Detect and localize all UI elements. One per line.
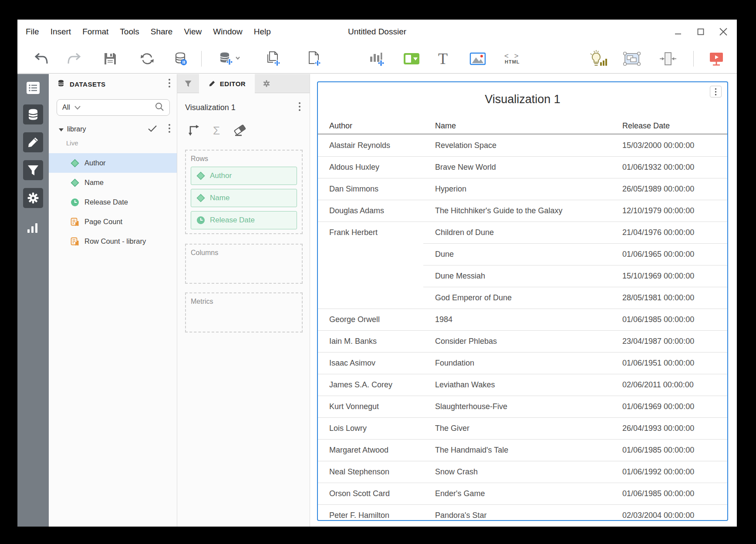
columns-drop-zone[interactable]: Columns	[185, 244, 303, 284]
dataset-menu-kebab[interactable]	[168, 124, 171, 135]
column-header-name[interactable]: Name	[423, 121, 622, 131]
minimize-button[interactable]	[673, 27, 683, 37]
grid-row[interactable]: Lois Lowry The Giver 26/04/1993 00:00:00	[318, 417, 727, 439]
grid-cell-name[interactable]: Revelation Space	[423, 134, 622, 156]
grid-row[interactable]: Alastair Reynolds Revelation Space 15/03…	[318, 134, 727, 156]
grid-cell-name[interactable]: Ender's Game	[423, 483, 622, 504]
grid-row[interactable]: Orson Scott Card Ender's Game 01/06/1985…	[318, 483, 727, 504]
rows-chip-release-date[interactable]: Release Date	[191, 211, 297, 229]
grid-row[interactable]: Kurt Vonnegut Slaughterhouse-Five 01/06/…	[318, 396, 727, 417]
grid-cell-name[interactable]: Foundation	[423, 352, 622, 374]
dataset-field-author[interactable]: Author	[49, 153, 177, 173]
close-button[interactable]	[719, 27, 728, 37]
grid-cell-name[interactable]: Dune	[423, 243, 622, 265]
menu-item-view[interactable]: View	[178, 27, 207, 37]
grid-cell-release-date[interactable]: 01/06/1985 00:00:00	[622, 483, 727, 504]
grid-cell-author[interactable]: Aldous Huxley	[318, 156, 423, 178]
column-header-release-date[interactable]: Release Date	[622, 121, 727, 131]
grid-cell-release-date[interactable]: 01/06/1932 00:00:00	[622, 156, 727, 178]
visualization-grid[interactable]: Visualization 1 Author Name Release Date…	[317, 81, 728, 521]
grid-cell-release-date[interactable]: 01/06/1992 00:00:00	[622, 461, 727, 483]
grid-cell-author[interactable]: Dan Simmons	[318, 178, 423, 200]
expander-triangle-icon[interactable]	[59, 125, 64, 133]
grid-cell-author[interactable]: George Orwell	[318, 309, 423, 330]
grid-cell-author[interactable]: Isaac Asimov	[318, 352, 423, 374]
grid-cell-author[interactable]: James S.A. Corey	[318, 374, 423, 396]
grid-cell-release-date[interactable]: 23/04/1987 00:00:00	[622, 330, 727, 352]
menu-item-insert[interactable]: Insert	[45, 27, 77, 37]
grid-row[interactable]: God Emperor of Dune 28/05/1981 00:00:00	[318, 287, 727, 309]
tab-filter[interactable]	[177, 74, 199, 93]
duplicate-page-button[interactable]	[265, 50, 282, 67]
dataset-field-page-count[interactable]: Page Count	[49, 212, 177, 232]
visualization-menu-kebab[interactable]	[710, 86, 722, 97]
grid-cell-author[interactable]: Alastair Reynolds	[318, 134, 423, 156]
menu-item-window[interactable]: Window	[207, 27, 248, 37]
grid-cell-name[interactable]: Consider Phlebas	[423, 330, 622, 352]
grid-cell-name[interactable]: Slaughterhouse-Five	[423, 396, 622, 417]
dataset-name[interactable]: library	[67, 125, 86, 133]
grid-cell-author[interactable]: Margaret Atwood	[318, 439, 423, 461]
grid-cell-name[interactable]: Dune Messiah	[423, 265, 622, 287]
insights-button[interactable]	[588, 50, 607, 67]
presentation-button[interactable]	[709, 51, 724, 67]
dataset-pause-button[interactable]	[173, 51, 189, 67]
add-image-button[interactable]	[469, 52, 486, 65]
visualization-gallery-button[interactable]	[25, 220, 41, 236]
grid-row[interactable]: Isaac Asimov Foundation 01/06/1951 00:00…	[318, 352, 727, 374]
grid-cell-author[interactable]	[318, 287, 423, 309]
grid-row[interactable]: George Orwell 1984 01/06/1985 00:00:00	[318, 309, 727, 330]
grid-cell-release-date[interactable]: 01/06/1985 00:00:00	[622, 309, 727, 330]
filter-panel-button[interactable]	[23, 160, 43, 180]
swap-axes-button[interactable]	[187, 123, 200, 138]
grid-cell-release-date[interactable]: 26/05/1989 00:00:00	[622, 178, 727, 200]
add-data-button[interactable]	[218, 50, 240, 67]
grid-cell-release-date[interactable]: 15/10/1969 00:00:00	[622, 265, 727, 287]
rows-drop-zone[interactable]: Rows Author Name Release Date	[185, 150, 303, 234]
grid-cell-name[interactable]: 1984	[423, 309, 622, 330]
add-text-button[interactable]: T	[438, 51, 448, 67]
grid-cell-release-date[interactable]: 26/04/1993 00:00:00	[622, 417, 727, 439]
dataset-field-name[interactable]: Name	[49, 173, 177, 192]
chevron-down-icon[interactable]	[74, 104, 81, 111]
grid-row[interactable]: Dan Simmons Hyperion 26/05/1989 00:00:00	[318, 178, 727, 200]
grid-cell-name[interactable]: God Emperor of Dune	[423, 287, 622, 309]
grid-cell-author[interactable]	[318, 265, 423, 287]
maximize-button[interactable]	[696, 27, 705, 37]
datasets-panel-button[interactable]	[23, 104, 43, 124]
grid-cell-release-date[interactable]: 02/06/2011 00:00:00	[622, 374, 727, 396]
dataset-field-row-count-library[interactable]: Row Count - library	[49, 232, 177, 251]
dataset-field-release-date[interactable]: Release Date	[49, 192, 177, 212]
dataset-search-input[interactable]: All	[57, 99, 170, 116]
grid-cell-author[interactable]: Orson Scott Card	[318, 483, 423, 504]
tab-format[interactable]	[255, 74, 278, 93]
dataset-row[interactable]: library	[49, 122, 177, 137]
grid-cell-release-date[interactable]: 28/05/1981 00:00:00	[622, 287, 727, 309]
grid-cell-name[interactable]: Brave New World	[423, 156, 622, 178]
grid-row[interactable]: Dune Messiah 15/10/1969 00:00:00	[318, 265, 727, 287]
grid-cell-name[interactable]: The Hitchhiker's Guide to the Galaxy	[423, 200, 622, 222]
save-button[interactable]	[103, 51, 118, 66]
grid-cell-release-date[interactable]: 01/06/1969 00:00:00	[622, 396, 727, 417]
edit-panel-button[interactable]	[23, 132, 43, 152]
contents-panel-button[interactable]	[25, 80, 41, 96]
grid-row[interactable]: Iain M. Banks Consider Phlebas 23/04/198…	[318, 330, 727, 352]
grid-cell-author[interactable]: Kurt Vonnegut	[318, 396, 423, 417]
grid-cell-author[interactable]: Neal Stephenson	[318, 461, 423, 483]
grid-cell-author[interactable]: Iain M. Banks	[318, 330, 423, 352]
search-filter-value[interactable]: All	[62, 104, 70, 111]
grid-cell-release-date[interactable]: 01/06/1985 00:00:00	[622, 439, 727, 461]
grid-cell-author[interactable]: Lois Lowry	[318, 417, 423, 439]
grid-cell-name[interactable]: The Giver	[423, 417, 622, 439]
grid-cell-name[interactable]: The Handmaid's Tale	[423, 439, 622, 461]
grid-row[interactable]: Frank Herbert Children of Dune 21/04/197…	[318, 222, 727, 243]
rows-chip-name[interactable]: Name	[191, 189, 297, 207]
grid-cell-name[interactable]: Pandora's Star	[423, 504, 622, 521]
grid-cell-author[interactable]	[318, 243, 423, 265]
grid-cell-author[interactable]: Frank Herbert	[318, 222, 423, 243]
column-header-author[interactable]: Author	[318, 121, 423, 131]
tab-editor[interactable]: EDITOR	[199, 74, 255, 93]
grid-cell-release-date[interactable]: 15/03/2000 00:00:00	[622, 134, 727, 156]
grid-row[interactable]: Dune 01/06/1965 00:00:00	[318, 243, 727, 265]
grid-row[interactable]: Douglas Adams The Hitchhiker's Guide to …	[318, 200, 727, 222]
